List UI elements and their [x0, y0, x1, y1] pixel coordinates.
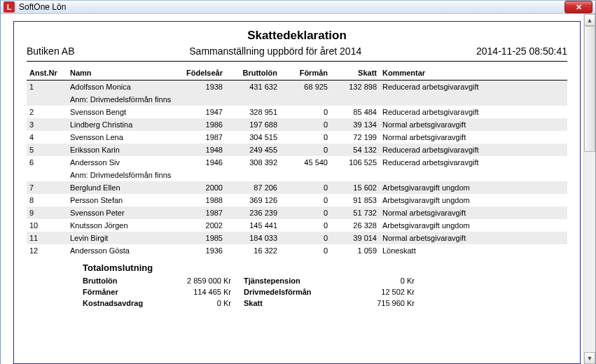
cell-name: Berglund Ellen	[67, 181, 178, 194]
col-nr: Anst.Nr	[27, 66, 67, 80]
cell-tax: 1 059	[331, 244, 380, 257]
col-benefit: Förmån	[280, 66, 331, 80]
scroll-up-button[interactable]: ▲	[584, 14, 595, 26]
table-body: 1Adolfsson Monica1938431 63268 925132 89…	[27, 80, 567, 258]
cell-gross: 184 033	[226, 232, 280, 244]
totals-row: Bruttolön2 859 000 KrTjänstepension0 Kr	[83, 275, 419, 286]
cell-year: 1946	[178, 156, 226, 169]
cell-year: 1938	[178, 80, 226, 94]
cell-name: Lindberg Christina	[67, 118, 178, 131]
cell-year: 2000	[178, 181, 226, 194]
cell-nr: 7	[27, 181, 67, 194]
cell-year: 1948	[178, 144, 226, 156]
cell-benefit: 0	[280, 106, 331, 118]
section-divider	[27, 61, 567, 62]
client-area: Skattedeklaration Butiken AB Sammanställ…	[1, 14, 595, 364]
titlebar[interactable]: L SoftOne Lön ✕	[1, 1, 595, 14]
cell-comment: Reducerad arbetsgivaravgift	[380, 106, 567, 118]
scroll-thumb[interactable]	[584, 26, 595, 152]
cell-tax: 26 328	[331, 219, 380, 232]
cell-benefit: 0	[280, 181, 331, 194]
cell-benefit: 0	[280, 144, 331, 156]
cell-year: 1988	[178, 194, 226, 206]
totals-row: Förmåner114 465 KrDrivmedelsförmån12 502…	[83, 286, 419, 298]
cell-benefit: 0	[280, 131, 331, 144]
window-title: SoftOne Lön	[19, 2, 564, 12]
cell-comment: Arbetsgivaravgift ungdom	[380, 219, 567, 232]
table-row-note: Anm: Drivmedelsförmån finns	[27, 93, 567, 106]
close-button[interactable]: ✕	[564, 1, 592, 13]
totals-label: Förmåner	[83, 286, 181, 298]
col-tax: Skatt	[331, 66, 380, 80]
cell-nr: 6	[27, 156, 67, 169]
row-note: Anm: Drivmedelsförmån finns	[67, 169, 567, 181]
table-row: 7Berglund Ellen200087 206015 602Arbetsgi…	[27, 181, 567, 194]
cell-year: 1987	[178, 131, 226, 144]
cell-comment: Reducerad arbetsgivaravgift	[380, 80, 567, 94]
cell-comment: Arbetsgivaravgift ungdom	[380, 194, 567, 206]
table-row: 11Levin Birgit1985184 033039 014Normal a…	[27, 232, 567, 244]
cell-nr: 2	[27, 106, 67, 118]
cell-benefit: 0	[280, 118, 331, 131]
cell-comment: Normal arbetsgivaravgift	[380, 206, 567, 219]
cell-name: Eriksson Karin	[67, 144, 178, 156]
cell-name: Andersson Gösta	[67, 244, 178, 257]
scroll-down-button[interactable]: ▼	[584, 352, 595, 364]
totals-row: Kostnadsavdrag0 KrSkatt715 960 Kr	[83, 298, 419, 309]
totals-table: Bruttolön2 859 000 KrTjänstepension0 KrF…	[83, 275, 419, 309]
cell-benefit: 0	[280, 219, 331, 232]
totals-value: 2 859 000 Kr	[181, 275, 244, 286]
cell-year: 2002	[178, 219, 226, 232]
totals-label: Drivmedelsförmån	[244, 286, 356, 298]
employee-table: Anst.Nr Namn Födelseår Bruttolön Förmån …	[27, 66, 567, 257]
cell-nr: 12	[27, 244, 67, 257]
table-row: 5Eriksson Karin1948249 455054 132Reducer…	[27, 144, 567, 156]
vertical-scrollbar[interactable]: ▲ ▼	[583, 14, 595, 364]
cell-gross: 328 951	[226, 106, 280, 118]
cell-name: Persson Stefan	[67, 194, 178, 206]
table-row: 8Persson Stefan1988369 126091 853Arbetsg…	[27, 194, 567, 206]
cell-gross: 369 126	[226, 194, 280, 206]
col-year: Födelseår	[178, 66, 226, 80]
cell-name: Adolfsson Monica	[67, 80, 178, 94]
table-row: 12Andersson Gösta193616 32201 059Löneska…	[27, 244, 567, 257]
totals-value: 0 Kr	[356, 275, 419, 286]
cell-tax: 51 732	[331, 206, 380, 219]
cell-year: 1936	[178, 244, 226, 257]
report-page: Skattedeklaration Butiken AB Sammanställ…	[13, 21, 581, 364]
cell-tax: 91 853	[331, 194, 380, 206]
cell-benefit: 0	[280, 206, 331, 219]
cell-gross: 249 455	[226, 144, 280, 156]
cell-tax: 106 525	[331, 156, 380, 169]
cell-gross: 236 239	[226, 206, 280, 219]
col-gross: Bruttolön	[226, 66, 280, 80]
cell-benefit: 0	[280, 232, 331, 244]
cell-gross: 145 441	[226, 219, 280, 232]
cell-tax: 39 014	[331, 232, 380, 244]
cell-comment: Arbetsgivaravgift ungdom	[380, 181, 567, 194]
report-timestamp: 2014-11-25 08:50:41	[476, 46, 567, 57]
cell-comment: Reducerad arbetsgivaravgift	[380, 156, 567, 169]
table-row: 6Andersson Siv1946308 39245 540106 525Re…	[27, 156, 567, 169]
app-icon: L	[4, 1, 15, 13]
cell-tax: 72 199	[331, 131, 380, 144]
totals-label: Bruttolön	[83, 275, 181, 286]
cell-year: 1986	[178, 118, 226, 131]
table-row: 3Lindberg Christina1986197 688039 134Nor…	[27, 118, 567, 131]
cell-gross: 16 322	[226, 244, 280, 257]
cell-gross: 431 632	[226, 80, 280, 94]
table-row: 4Svensson Lena1987304 515072 199Normal a…	[27, 131, 567, 144]
cell-name: Svensson Peter	[67, 206, 178, 219]
table-row: 2Svensson Bengt1947328 951085 484Reducer…	[27, 106, 567, 118]
row-note: Anm: Drivmedelsförmån finns	[67, 93, 567, 106]
table-row: 9Svensson Peter1987236 239051 732Normal …	[27, 206, 567, 219]
cell-gross: 87 206	[226, 181, 280, 194]
cell-gross: 304 515	[226, 131, 280, 144]
cell-benefit: 0	[280, 194, 331, 206]
totals-heading: Totalomslutning	[83, 262, 567, 273]
totals-label: Kostnadsavdrag	[83, 298, 181, 309]
totals-label: Skatt	[244, 298, 356, 309]
table-row: 10Knutsson Jörgen2002145 441026 328Arbet…	[27, 219, 567, 232]
cell-gross: 308 392	[226, 156, 280, 169]
cell-tax: 85 484	[331, 106, 380, 118]
